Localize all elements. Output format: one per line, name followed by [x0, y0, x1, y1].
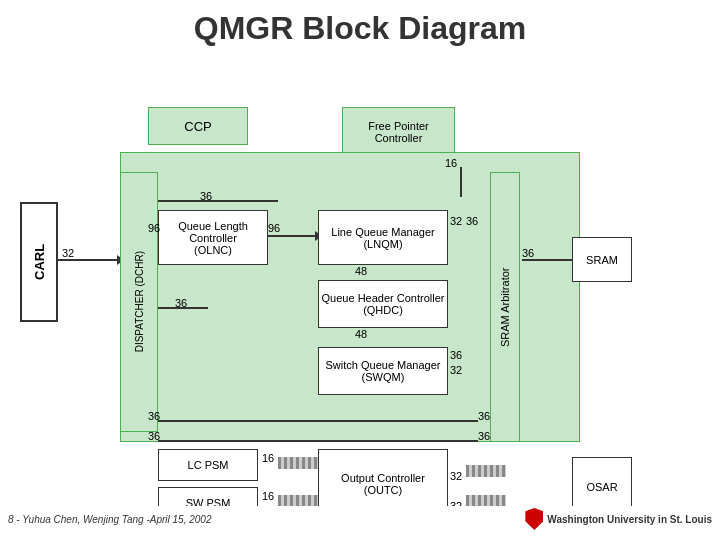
- sram-arb-arrow: [522, 259, 572, 261]
- n48b-label: 48: [355, 328, 367, 340]
- footer-left: 8 - Yuhua Chen, Wenjing Tang -April 15, …: [8, 514, 211, 525]
- footer: 8 - Yuhua Chen, Wenjing Tang -April 15, …: [0, 506, 720, 532]
- wu-shield-icon: [525, 508, 543, 530]
- n32-swqm: 32: [450, 364, 462, 376]
- olnc-lnqm-arrow: [268, 235, 318, 237]
- n36-bot2: 36: [478, 410, 490, 422]
- n96b-label: 96: [268, 222, 280, 234]
- sram-label: SRAM: [586, 254, 618, 266]
- n36-sram-arb: 36: [522, 247, 534, 259]
- n36-swqm: 36: [450, 349, 462, 361]
- carl-arrow: [58, 259, 120, 261]
- n16-sw: 16: [262, 490, 274, 502]
- ccp-block: CCP: [148, 107, 248, 145]
- line-36-qhdc: [158, 307, 208, 309]
- n36-bot4: 36: [478, 430, 490, 442]
- lnqm-label: Line Queue Manager (LNQM): [331, 226, 434, 250]
- sram-block: SRAM: [572, 237, 632, 282]
- n16-main: 16: [445, 157, 457, 169]
- wu-text: Washington University in St. Louis: [547, 514, 712, 525]
- wu-logo: Washington University in St. Louis: [525, 508, 712, 530]
- ccp-label: CCP: [184, 119, 211, 134]
- dispatcher-block: DISPATCHER (DCHR): [120, 172, 158, 432]
- osar-label: OSAR: [586, 481, 617, 493]
- olnc-label: Queue Length Controller (OLNC): [178, 220, 248, 256]
- qhdc-label: Queue Header Controller (QHDC): [322, 292, 445, 316]
- dispatcher-label: DISPATCHER (DCHR): [134, 251, 145, 352]
- diagram-area: CCP Free Pointer Controller CARL 32 DISP…: [0, 52, 720, 532]
- qhdc-block: Queue Header Controller (QHDC): [318, 280, 448, 328]
- connector-outc-top: [466, 465, 506, 477]
- connector-lc: [278, 457, 318, 469]
- lc-psm-label: LC PSM: [188, 459, 229, 471]
- lc-psm-block: LC PSM: [158, 449, 258, 481]
- n16-lc: 16: [262, 452, 274, 464]
- line-bot2: [158, 440, 478, 442]
- sram-arb-label: SRAM Arbitrator: [499, 267, 511, 346]
- swqm-block: Switch Queue Manager (SWQM): [318, 347, 448, 395]
- line-36-top: [158, 200, 278, 202]
- n32-label-carl: 32: [62, 247, 74, 259]
- n36-lnqm: 36: [466, 215, 478, 227]
- sram-arb-block: SRAM Arbitrator: [490, 172, 520, 442]
- n48a-label: 48: [355, 265, 367, 277]
- n32-outc: 32: [450, 470, 462, 482]
- n96a-label: 96: [148, 222, 160, 234]
- olnc-block: Queue Length Controller (OLNC): [158, 210, 268, 265]
- carl-block: CARL: [20, 202, 58, 322]
- n32-lnqm: 32: [450, 215, 462, 227]
- outc-label: Output Controller (OUTC): [341, 472, 425, 496]
- page-title: QMGR Block Diagram: [0, 0, 720, 52]
- swqm-label: Switch Queue Manager (SWQM): [326, 359, 441, 383]
- lnqm-block: Line Queue Manager (LNQM): [318, 210, 448, 265]
- carl-label: CARL: [32, 244, 47, 280]
- line-bot1: [158, 420, 478, 422]
- free-pointer-label: Free Pointer Controller: [368, 120, 429, 144]
- line-16-v: [460, 167, 462, 197]
- n36-top: 36: [200, 190, 212, 202]
- free-pointer-block: Free Pointer Controller: [342, 107, 455, 157]
